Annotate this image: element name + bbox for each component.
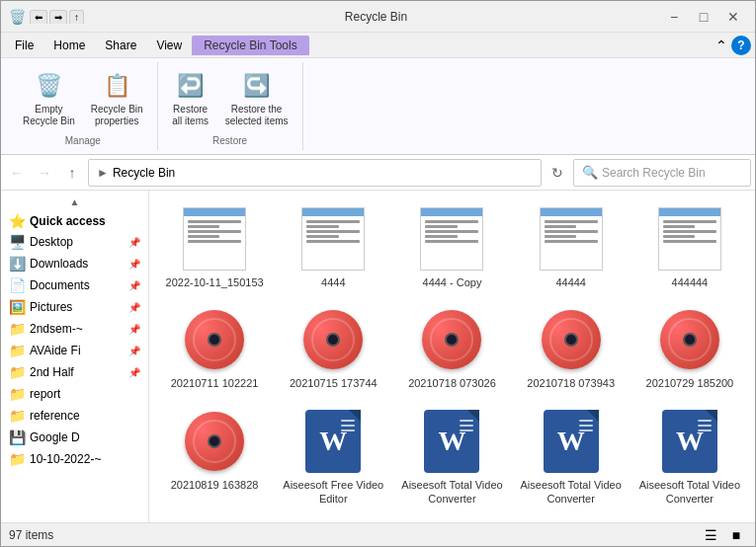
restore-selected-icon: ↪️ <box>241 70 273 102</box>
sidebar-item-6[interactable]: 📁 2nd Half 📌 <box>1 361 148 383</box>
empty-bin-icon: 🗑️ <box>33 70 64 102</box>
sidebar-item-label-9: Google D <box>30 430 80 444</box>
menu-file[interactable]: File <box>5 36 43 55</box>
menu-recycle-bin-tools[interactable]: Recycle Bin Tools <box>192 36 309 55</box>
pin-icon: 📌 <box>128 346 140 356</box>
sidebar-item-5[interactable]: 📁 AVAide Fi 📌 <box>1 340 148 361</box>
minimize-button[interactable]: − <box>660 6 688 28</box>
file-item-1[interactable]: 4444 <box>276 198 390 295</box>
restore-selected-button[interactable]: ↪️ Restore theselected items <box>219 66 294 131</box>
file-item-8[interactable]: 20210718 073943 <box>514 299 629 396</box>
pin-icon: 📌 <box>128 237 140 248</box>
address-path: Recycle Bin <box>113 166 175 180</box>
file-name-9: 20210729 185200 <box>646 376 734 390</box>
restore-all-label: Restoreall items <box>172 104 209 127</box>
file-item-10[interactable]: 20210819 163828 <box>157 401 272 512</box>
file-name-12: Aiseesoft Total Video Converter <box>398 478 505 507</box>
file-name-13: Aiseesoft Total Video Converter <box>518 478 625 507</box>
file-item-11[interactable]: W Aiseesoft Free Video Editor <box>276 401 390 512</box>
window-title: Recycle Bin <box>92 10 660 24</box>
empty-recycle-bin-button[interactable]: 🗑️ EmptyRecycle Bin <box>17 66 81 131</box>
file-item-2[interactable]: 4444 - Copy <box>394 198 509 295</box>
file-item-5[interactable]: 20210711 102221 <box>157 299 272 396</box>
file-item-4[interactable]: 444444 <box>632 198 747 295</box>
file-icon-14: W <box>650 407 729 476</box>
recycle-bin-properties-button[interactable]: 📋 Recycle Binproperties <box>85 66 149 131</box>
sidebar-item-7[interactable]: 📁 report <box>1 383 148 405</box>
file-icon-1 <box>294 204 373 274</box>
file-name-11: Aiseesoft Free Video Editor <box>280 478 386 507</box>
sidebar-item-label-2: Documents <box>30 278 90 292</box>
sidebar-item-3[interactable]: 🖼️ Pictures 📌 <box>1 296 148 318</box>
pin-icon: 📌 <box>128 367 140 378</box>
file-item-7[interactable]: 20210718 073026 <box>394 299 509 396</box>
file-icon-0 <box>175 204 254 274</box>
sidebar-item-9[interactable]: 💾 Google D <box>1 427 148 448</box>
refresh-button[interactable]: ↻ <box>546 161 569 185</box>
file-name-3: 44444 <box>555 275 586 289</box>
quick-access-tab[interactable]: ⬅ <box>30 10 47 24</box>
up-button[interactable]: ↑ <box>60 161 84 185</box>
file-name-1: 4444 <box>321 275 345 289</box>
sidebar-item-icon-8: 📁 <box>9 408 26 424</box>
back-button[interactable]: ← <box>5 161 29 185</box>
maximize-button[interactable]: □ <box>690 6 717 28</box>
sidebar-item-1[interactable]: ⬇️ Downloads 📌 <box>1 253 148 274</box>
sidebar-quick-access[interactable]: ⭐ Quick access <box>1 209 148 231</box>
sidebar-item-icon-7: 📁 <box>9 386 26 402</box>
address-box[interactable]: ► Recycle Bin <box>88 159 542 187</box>
ribbon-expand-btn[interactable]: ⌃ <box>715 38 727 53</box>
sidebar-item-4[interactable]: 📁 2ndsem-~ 📌 <box>1 318 148 340</box>
file-icon-8 <box>532 305 611 374</box>
file-item-14[interactable]: W Aiseesoft Total Video Converter <box>632 401 747 512</box>
file-item-3[interactable]: 44444 <box>514 198 629 295</box>
file-grid: 2022-10-11_150153 4444 4444 - Copy <box>149 191 755 522</box>
pin-icon: 📌 <box>128 324 140 335</box>
file-icon-13: W <box>532 407 611 476</box>
help-button[interactable]: ? <box>731 36 751 55</box>
menu-view[interactable]: View <box>146 36 192 55</box>
file-item-13[interactable]: W Aiseesoft Total Video Converter <box>514 401 629 512</box>
file-name-4: 444444 <box>672 275 709 289</box>
file-icon-5 <box>175 305 254 374</box>
restore-all-button[interactable]: ↩️ Restoreall items <box>166 66 215 131</box>
forward-button[interactable]: → <box>33 161 56 185</box>
search-icon: 🔍 <box>582 165 598 180</box>
file-icon-3 <box>532 204 611 274</box>
file-item-0[interactable]: 2022-10-11_150153 <box>157 198 272 295</box>
close-button[interactable]: ✕ <box>719 6 747 28</box>
menu-home[interactable]: Home <box>43 36 95 55</box>
sidebar-item-icon-3: 🖼️ <box>9 299 26 315</box>
file-name-14: Aiseesoft Total Video Converter <box>636 478 743 507</box>
file-item-9[interactable]: 20210729 185200 <box>632 299 747 396</box>
file-item-6[interactable]: 20210715 173744 <box>276 299 390 396</box>
sidebar-item-icon-6: 📁 <box>9 364 26 380</box>
file-item-12[interactable]: W Aiseesoft Total Video Converter <box>394 401 509 512</box>
menu-share[interactable]: Share <box>95 36 146 55</box>
window-icon: 🗑️ <box>9 9 26 25</box>
file-icon-2 <box>412 204 491 274</box>
forward-tab[interactable]: ➡ <box>49 10 67 24</box>
sidebar-item-10[interactable]: 📁 10-10-2022-~ <box>1 448 148 470</box>
properties-icon: 📋 <box>101 70 132 102</box>
titlebar: 🗑️ ⬅ ➡ ↑ Recycle Bin − □ ✕ <box>1 1 755 33</box>
sidebar-item-label-8: reference <box>30 409 80 423</box>
details-view-button[interactable]: ☰ <box>700 524 721 546</box>
sidebar-item-0[interactable]: 🖥️ Desktop 📌 <box>1 231 148 253</box>
search-box[interactable]: 🔍 Search Recycle Bin <box>573 159 751 187</box>
file-icon-10 <box>175 407 254 476</box>
ribbon-manage-group: 🗑️ EmptyRecycle Bin 📋 Recycle Binpropert… <box>9 62 158 150</box>
large-icons-view-button[interactable]: ■ <box>725 524 747 546</box>
pin-icon: 📌 <box>128 259 140 270</box>
sidebar-item-8[interactable]: 📁 reference <box>1 405 148 427</box>
ribbon-restore-buttons: ↩️ Restoreall items ↪️ Restore theselect… <box>166 66 294 131</box>
sidebar-item-label-1: Downloads <box>30 257 88 271</box>
main-area: ▲ ⭐ Quick access 🖥️ Desktop 📌 ⬇️ Downloa… <box>1 191 755 522</box>
restore-selected-label: Restore theselected items <box>225 104 289 127</box>
sidebar-item-2[interactable]: 📄 Documents 📌 <box>1 274 148 296</box>
up-tab[interactable]: ↑ <box>69 10 84 24</box>
sidebar-item-icon-4: 📁 <box>9 321 26 337</box>
file-icon-12: W <box>412 407 491 476</box>
quick-access-label: Quick access <box>30 214 106 228</box>
file-name-7: 20210718 073026 <box>408 376 496 390</box>
